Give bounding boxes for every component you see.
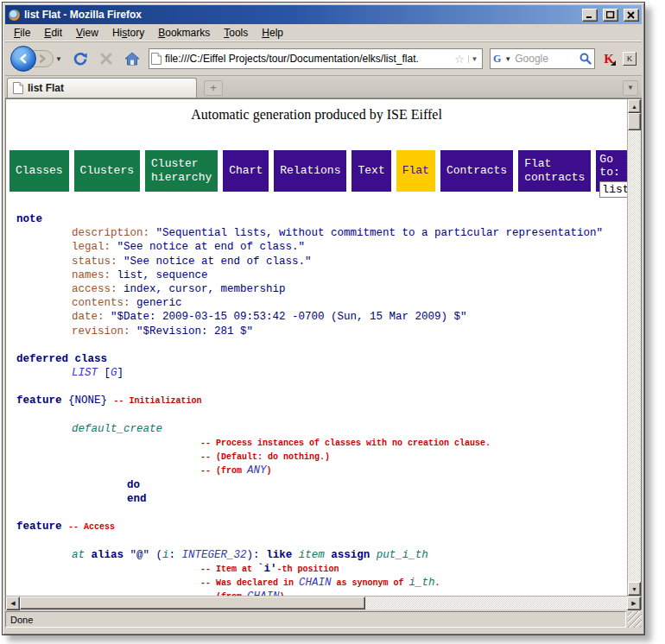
search-engine-dropdown-icon[interactable]: ▼ xyxy=(503,55,513,63)
code-token-k: assign xyxy=(331,549,370,561)
vertical-scroll-thumb[interactable] xyxy=(628,113,641,130)
new-tab-button[interactable]: + xyxy=(204,80,223,96)
window-title: list Flat - Mozilla Firefox xyxy=(24,9,577,21)
code-line xyxy=(13,534,627,547)
code-line: default_create xyxy=(13,422,627,436)
code-line: names: list, sequence xyxy=(13,268,627,282)
code-line: end xyxy=(13,492,627,506)
back-button[interactable] xyxy=(10,46,36,72)
resize-grip[interactable] xyxy=(628,611,642,628)
scroll-down-button[interactable]: ▼ xyxy=(628,582,641,596)
code-token-r: -- (from xyxy=(200,592,247,596)
code-line xyxy=(13,506,627,520)
code-token-f: i xyxy=(162,549,169,561)
code-token-rc[interactable]: CHAIN xyxy=(299,577,332,589)
code-token-r: -- Process instances of classes with no … xyxy=(200,439,491,448)
search-box[interactable]: G ▼ Google xyxy=(490,48,595,69)
code-token-f: put_i_th xyxy=(377,549,428,561)
code-token-k: do xyxy=(127,479,140,491)
minimize-icon xyxy=(586,11,594,19)
menu-file[interactable]: File xyxy=(7,25,37,41)
code-token-n: "$Date: 2009-03-15 09:53:42 -0700 (Sun, … xyxy=(104,311,467,323)
stop-icon xyxy=(99,52,113,66)
code-token-r: -- (from xyxy=(200,466,247,476)
close-button[interactable] xyxy=(624,9,639,22)
k-addon-button[interactable]: K xyxy=(623,52,636,66)
code-token-rc[interactable]: ANY xyxy=(247,464,267,477)
minimize-button[interactable] xyxy=(582,9,598,22)
code-token-n xyxy=(292,549,299,561)
tab-strip: list Flat + ▼ xyxy=(5,76,642,98)
status-bar: Done xyxy=(5,609,642,628)
nav-button-relations[interactable]: Relations xyxy=(274,150,346,192)
code-line: deferred class xyxy=(13,352,627,366)
code-token-t: revision: xyxy=(72,325,130,338)
list-all-tabs-button[interactable]: ▼ xyxy=(623,80,638,96)
code-token-c[interactable]: G xyxy=(111,367,117,379)
horizontal-scrollbar[interactable]: ◀ ▶ xyxy=(5,596,642,609)
forward-arrow-icon xyxy=(37,54,48,64)
code-token-n: : xyxy=(169,549,182,561)
tab-list-flat[interactable]: list Flat xyxy=(7,78,197,98)
goto-input[interactable]: list xyxy=(599,181,627,198)
code-token-t: description: xyxy=(72,227,149,239)
code-token-r: . xyxy=(435,578,440,588)
nav-button-classes[interactable]: Classes xyxy=(10,150,69,192)
code-token-n xyxy=(85,549,92,561)
scroll-right-button[interactable]: ▶ xyxy=(627,597,641,610)
nav-button-contracts[interactable]: Contracts xyxy=(440,150,513,192)
horizontal-scroll-track[interactable] xyxy=(365,597,627,609)
menu-view[interactable]: View xyxy=(69,25,105,41)
nav-button-flat[interactable]: Flat xyxy=(396,150,435,192)
title-bar: list Flat - Mozilla Firefox xyxy=(5,5,642,24)
nav-button-flat-contracts[interactable]: Flat contracts xyxy=(518,150,591,192)
menu-history[interactable]: History xyxy=(105,25,151,41)
menu-edit[interactable]: Edit xyxy=(37,25,69,41)
close-icon xyxy=(627,11,636,19)
code-token-t: names: xyxy=(72,269,111,281)
kaspersky-addon-icon[interactable]: K xyxy=(602,52,616,66)
code-token-t: contents: xyxy=(72,297,130,309)
search-input[interactable]: Google xyxy=(515,53,578,65)
nav-button-chart[interactable]: Chart xyxy=(223,150,269,192)
menu-tools[interactable]: Tools xyxy=(217,25,255,41)
stop-button[interactable] xyxy=(97,49,116,68)
code-token-c[interactable]: INTEGER_32 xyxy=(182,549,247,561)
url-dropdown-icon[interactable]: ▼ xyxy=(468,55,480,63)
url-text[interactable]: file:///C:/Eiffel Projects/tour/Document… xyxy=(165,53,451,65)
doc-nav-buttons: ClassesClustersCluster hierarchyChartRel… xyxy=(10,150,627,192)
status-text: Done xyxy=(5,611,626,628)
horizontal-scroll-thumb[interactable] xyxy=(20,597,365,609)
maximize-button[interactable] xyxy=(603,9,618,22)
bookmark-star-icon[interactable]: ☆ xyxy=(454,53,465,66)
code-token-n: index, cursor, membership xyxy=(117,283,286,295)
code-token-n: ): xyxy=(247,549,267,561)
menu-help[interactable]: Help xyxy=(255,25,290,41)
home-button[interactable] xyxy=(123,49,142,68)
code-token-k: end xyxy=(127,493,147,505)
nav-button-cluster-hierarchy[interactable]: Cluster hierarchy xyxy=(145,150,218,192)
reload-button[interactable] xyxy=(71,49,90,68)
code-line: date: "$Date: 2009-03-15 09:53:42 -0700 … xyxy=(13,310,627,324)
scroll-left-button[interactable]: ◀ xyxy=(6,597,20,610)
nav-button-clusters[interactable]: Clusters xyxy=(74,150,140,192)
code-token-k: feature xyxy=(16,521,62,533)
back-arrow-icon xyxy=(17,53,29,65)
reload-icon xyxy=(73,51,88,66)
code-token-t: legal: xyxy=(72,241,111,253)
nav-button-text[interactable]: Text xyxy=(352,150,390,192)
menu-bookmarks[interactable]: Bookmarks xyxy=(151,25,217,41)
address-bar[interactable]: file:///C:/Eiffel Projects/tour/Document… xyxy=(149,48,483,69)
search-magnifier-icon[interactable] xyxy=(580,53,592,65)
document-page: Automatic generation produced by ISE Eif… xyxy=(6,99,627,596)
code-line xyxy=(13,338,627,352)
code-token-rc[interactable]: CHAIN xyxy=(247,590,280,596)
code-token-c[interactable]: LIST xyxy=(72,367,98,379)
code-token-f: default_create xyxy=(72,423,162,435)
scroll-up-button[interactable]: ▲ xyxy=(628,99,641,113)
code-token-rq: `i' xyxy=(257,563,277,575)
vertical-scroll-track[interactable] xyxy=(628,130,641,582)
code-token-n: "See notice at end of class." xyxy=(111,241,305,253)
history-dropdown-icon[interactable]: ▼ xyxy=(54,55,64,63)
vertical-scrollbar[interactable]: ▲ ▼ xyxy=(627,99,641,596)
